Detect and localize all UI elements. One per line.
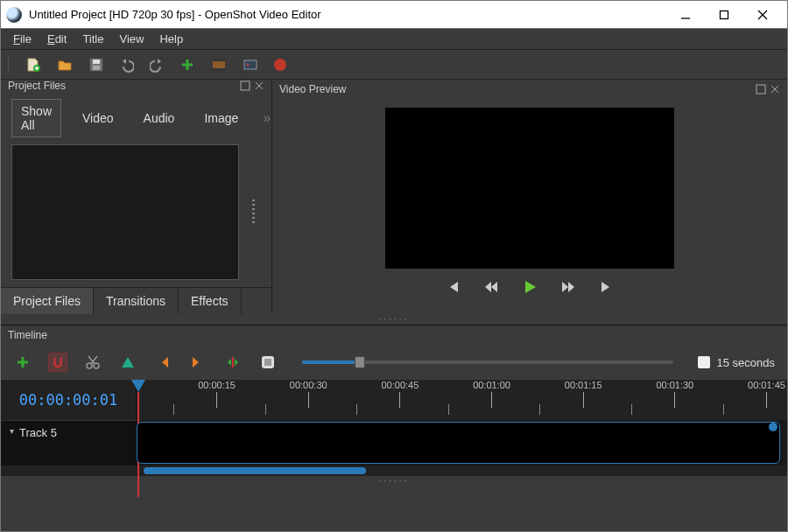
fast-forward-button[interactable] bbox=[560, 279, 576, 298]
svg-rect-21 bbox=[232, 357, 234, 368]
svg-rect-9 bbox=[213, 59, 225, 61]
ruler-minor-tick bbox=[173, 404, 174, 415]
transport-controls bbox=[272, 272, 787, 304]
add-track-icon[interactable] bbox=[13, 353, 32, 372]
open-project-icon[interactable] bbox=[55, 55, 74, 74]
zoom-slider-thumb[interactable] bbox=[355, 356, 365, 368]
project-files-panel: Project Files Show All Video Audio Image… bbox=[1, 80, 272, 314]
track-row: ▾ Track 5 bbox=[1, 420, 787, 466]
svg-point-12 bbox=[274, 59, 286, 71]
export-video-icon[interactable] bbox=[271, 55, 290, 74]
video-preview-label: Video Preview bbox=[279, 83, 347, 95]
close-preview-icon[interactable] bbox=[770, 84, 780, 94]
import-files-icon[interactable] bbox=[178, 55, 197, 74]
timeline-toolbar: 15 seconds bbox=[1, 345, 787, 380]
save-project-icon[interactable] bbox=[87, 55, 106, 74]
new-project-icon[interactable] bbox=[24, 55, 43, 74]
snapping-icon[interactable] bbox=[48, 353, 67, 372]
panel-resize-handle[interactable] bbox=[251, 144, 255, 280]
svg-rect-6 bbox=[93, 60, 100, 64]
current-timecode[interactable]: 00:00:00:01 bbox=[1, 380, 137, 420]
close-button[interactable] bbox=[743, 2, 782, 28]
redo-icon[interactable] bbox=[148, 55, 167, 74]
main-toolbar bbox=[1, 50, 787, 80]
timeline-panel: Timeline 15 seconds bbox=[1, 325, 787, 531]
jump-start-button[interactable] bbox=[445, 279, 461, 298]
menu-edit[interactable]: Edit bbox=[40, 31, 74, 47]
undock-preview-icon[interactable] bbox=[756, 84, 766, 94]
project-files-title: Project Files bbox=[1, 80, 271, 92]
ruler-tick: 00:01:15 bbox=[565, 380, 602, 408]
ruler-minor-tick bbox=[448, 404, 449, 415]
ruler-minor-tick bbox=[723, 404, 724, 415]
panels-row: Project Files Show All Video Audio Image… bbox=[1, 80, 787, 314]
center-playhead-icon[interactable] bbox=[223, 353, 243, 372]
ruler-tick: 00:00:45 bbox=[381, 380, 419, 408]
timeline-bottom-grip[interactable]: ······ bbox=[1, 476, 787, 486]
ruler-minor-tick bbox=[631, 404, 632, 415]
titlebar: Untitled Project [HD 720p 30 fps] - Open… bbox=[1, 1, 787, 29]
filter-show-all[interactable]: Show All bbox=[11, 99, 61, 137]
svg-rect-7 bbox=[93, 66, 100, 70]
project-files-thumbnail[interactable] bbox=[11, 144, 239, 280]
more-filters-icon[interactable]: » bbox=[263, 110, 271, 126]
add-marker-icon[interactable] bbox=[118, 353, 137, 372]
menu-title[interactable]: Title bbox=[75, 31, 110, 47]
zoom-indicator-icon bbox=[698, 356, 710, 368]
maximize-button[interactable] bbox=[705, 2, 743, 28]
video-preview-frame[interactable] bbox=[385, 108, 674, 269]
app-logo-icon bbox=[6, 7, 22, 23]
zoom-seconds-label: 15 seconds bbox=[717, 356, 776, 369]
tab-project-files[interactable]: Project Files bbox=[1, 288, 94, 314]
track-header[interactable]: ▾ Track 5 bbox=[1, 420, 137, 466]
timeline-ruler-row: 00:00:00:01 00:00:1500:00:3000:00:4500:0… bbox=[1, 380, 787, 420]
menu-file[interactable]: File bbox=[6, 31, 39, 47]
svg-rect-1 bbox=[721, 10, 728, 18]
rewind-button[interactable] bbox=[483, 279, 499, 298]
ruler-tick: 00:01:00 bbox=[473, 380, 510, 408]
razor-icon[interactable] bbox=[83, 353, 102, 372]
timeline-scroll-thumb[interactable] bbox=[144, 467, 366, 474]
filter-audio[interactable]: Audio bbox=[135, 107, 184, 130]
ruler-tick: 00:01:45 bbox=[748, 380, 785, 408]
left-bottom-tabs: Project Files Transitions Effects bbox=[1, 287, 271, 314]
undock-icon[interactable] bbox=[240, 80, 250, 91]
track-name: Track 5 bbox=[19, 426, 57, 439]
window-title: Untitled Project [HD 720p 30 fps] - Open… bbox=[29, 8, 666, 21]
svg-rect-11 bbox=[244, 60, 257, 69]
timeline-horizontal-scrollbar[interactable] bbox=[1, 466, 787, 476]
timeline-ruler[interactable]: 00:00:1500:00:3000:00:4500:01:0000:01:15… bbox=[137, 380, 787, 420]
previous-marker-icon[interactable] bbox=[153, 353, 172, 372]
close-panel-icon[interactable] bbox=[254, 80, 264, 91]
undo-icon[interactable] bbox=[116, 55, 136, 74]
svg-rect-23 bbox=[264, 359, 271, 366]
timeline-label: Timeline bbox=[8, 329, 47, 341]
track-collapse-icon[interactable]: ▾ bbox=[10, 426, 14, 436]
ruler-tick: 00:01:30 bbox=[656, 380, 693, 408]
filter-tabs: Show All Video Audio Image » bbox=[1, 92, 271, 143]
filter-video[interactable]: Video bbox=[74, 107, 123, 130]
zoom-slider[interactable] bbox=[293, 360, 682, 364]
ruler-tick: 00:00:15 bbox=[198, 380, 236, 408]
project-files-label: Project Files bbox=[8, 80, 66, 92]
toolbar-grip bbox=[8, 56, 11, 74]
ruler-minor-tick bbox=[265, 404, 266, 415]
timeline-settings-icon[interactable] bbox=[258, 353, 278, 372]
menu-view[interactable]: View bbox=[112, 31, 151, 47]
track-scroll-thumb[interactable] bbox=[769, 423, 777, 431]
panel-splitter[interactable]: ······ bbox=[1, 314, 787, 325]
ruler-minor-tick bbox=[356, 404, 357, 415]
choose-profile-icon[interactable] bbox=[209, 55, 229, 74]
video-preview-panel: Video Preview bbox=[272, 80, 787, 314]
tab-transitions[interactable]: Transitions bbox=[94, 288, 179, 314]
play-button[interactable] bbox=[522, 279, 538, 298]
track-body[interactable] bbox=[137, 422, 780, 464]
filter-image[interactable]: Image bbox=[195, 107, 247, 130]
svg-rect-10 bbox=[213, 68, 225, 71]
fullscreen-icon[interactable] bbox=[241, 55, 260, 74]
next-marker-icon[interactable] bbox=[188, 353, 208, 372]
tab-effects[interactable]: Effects bbox=[179, 288, 242, 314]
minimize-button[interactable] bbox=[666, 2, 705, 28]
jump-end-button[interactable] bbox=[599, 279, 615, 298]
menu-help[interactable]: Help bbox=[152, 31, 190, 47]
